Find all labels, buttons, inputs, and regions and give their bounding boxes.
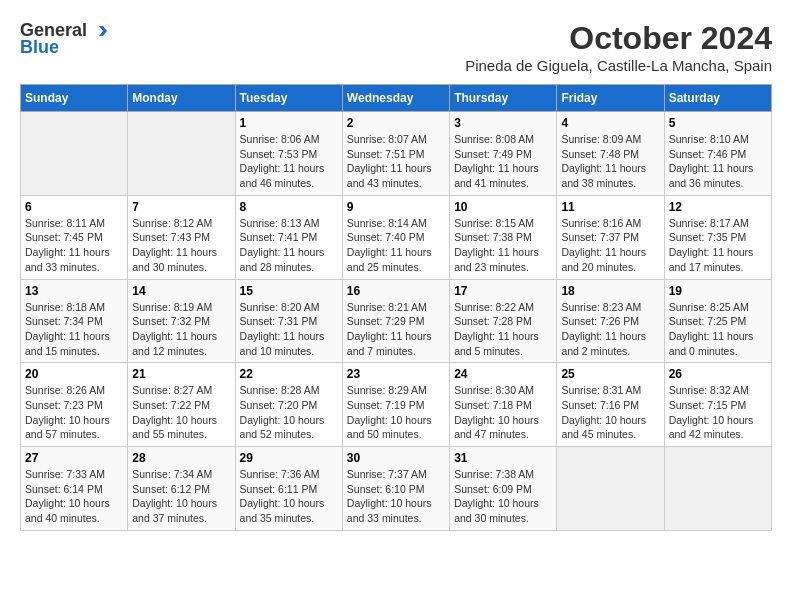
day-number: 24	[454, 367, 552, 381]
calendar-cell: 26Sunrise: 8:32 AM Sunset: 7:15 PM Dayli…	[664, 363, 771, 447]
header-row: SundayMondayTuesdayWednesdayThursdayFrid…	[21, 85, 772, 112]
day-number: 2	[347, 116, 445, 130]
calendar-cell: 21Sunrise: 8:27 AM Sunset: 7:22 PM Dayli…	[128, 363, 235, 447]
day-number: 4	[561, 116, 659, 130]
day-number: 31	[454, 451, 552, 465]
day-content: Sunrise: 8:27 AM Sunset: 7:22 PM Dayligh…	[132, 383, 230, 442]
day-content: Sunrise: 8:28 AM Sunset: 7:20 PM Dayligh…	[240, 383, 338, 442]
day-content: Sunrise: 8:18 AM Sunset: 7:34 PM Dayligh…	[25, 300, 123, 359]
calendar-cell: 27Sunrise: 7:33 AM Sunset: 6:14 PM Dayli…	[21, 447, 128, 531]
day-content: Sunrise: 8:17 AM Sunset: 7:35 PM Dayligh…	[669, 216, 767, 275]
day-content: Sunrise: 8:25 AM Sunset: 7:25 PM Dayligh…	[669, 300, 767, 359]
calendar-cell: 6Sunrise: 8:11 AM Sunset: 7:45 PM Daylig…	[21, 195, 128, 279]
calendar-cell: 5Sunrise: 8:10 AM Sunset: 7:46 PM Daylig…	[664, 112, 771, 196]
calendar-cell: 9Sunrise: 8:14 AM Sunset: 7:40 PM Daylig…	[342, 195, 449, 279]
day-content: Sunrise: 8:08 AM Sunset: 7:49 PM Dayligh…	[454, 132, 552, 191]
day-content: Sunrise: 7:33 AM Sunset: 6:14 PM Dayligh…	[25, 467, 123, 526]
day-number: 3	[454, 116, 552, 130]
day-number: 28	[132, 451, 230, 465]
calendar-cell: 23Sunrise: 8:29 AM Sunset: 7:19 PM Dayli…	[342, 363, 449, 447]
calendar-cell: 14Sunrise: 8:19 AM Sunset: 7:32 PM Dayli…	[128, 279, 235, 363]
svg-marker-0	[99, 26, 107, 36]
week-row-1: 1Sunrise: 8:06 AM Sunset: 7:53 PM Daylig…	[21, 112, 772, 196]
calendar-cell: 25Sunrise: 8:31 AM Sunset: 7:16 PM Dayli…	[557, 363, 664, 447]
day-content: Sunrise: 8:30 AM Sunset: 7:18 PM Dayligh…	[454, 383, 552, 442]
calendar-cell: 18Sunrise: 8:23 AM Sunset: 7:26 PM Dayli…	[557, 279, 664, 363]
calendar-cell: 30Sunrise: 7:37 AM Sunset: 6:10 PM Dayli…	[342, 447, 449, 531]
day-number: 8	[240, 200, 338, 214]
header-wednesday: Wednesday	[342, 85, 449, 112]
day-number: 18	[561, 284, 659, 298]
day-number: 10	[454, 200, 552, 214]
day-content: Sunrise: 7:38 AM Sunset: 6:09 PM Dayligh…	[454, 467, 552, 526]
calendar-cell: 8Sunrise: 8:13 AM Sunset: 7:41 PM Daylig…	[235, 195, 342, 279]
week-row-5: 27Sunrise: 7:33 AM Sunset: 6:14 PM Dayli…	[21, 447, 772, 531]
day-number: 20	[25, 367, 123, 381]
day-number: 21	[132, 367, 230, 381]
day-number: 1	[240, 116, 338, 130]
day-content: Sunrise: 7:36 AM Sunset: 6:11 PM Dayligh…	[240, 467, 338, 526]
day-content: Sunrise: 8:06 AM Sunset: 7:53 PM Dayligh…	[240, 132, 338, 191]
day-number: 13	[25, 284, 123, 298]
calendar-cell: 16Sunrise: 8:21 AM Sunset: 7:29 PM Dayli…	[342, 279, 449, 363]
month-title: October 2024	[465, 20, 772, 57]
calendar-cell: 4Sunrise: 8:09 AM Sunset: 7:48 PM Daylig…	[557, 112, 664, 196]
day-content: Sunrise: 8:13 AM Sunset: 7:41 PM Dayligh…	[240, 216, 338, 275]
calendar-cell: 12Sunrise: 8:17 AM Sunset: 7:35 PM Dayli…	[664, 195, 771, 279]
title-section: October 2024 Pineda de Giguela, Castille…	[465, 20, 772, 74]
day-number: 26	[669, 367, 767, 381]
day-number: 11	[561, 200, 659, 214]
day-number: 25	[561, 367, 659, 381]
calendar-cell: 3Sunrise: 8:08 AM Sunset: 7:49 PM Daylig…	[450, 112, 557, 196]
calendar-cell: 17Sunrise: 8:22 AM Sunset: 7:28 PM Dayli…	[450, 279, 557, 363]
calendar-cell	[128, 112, 235, 196]
day-content: Sunrise: 8:21 AM Sunset: 7:29 PM Dayligh…	[347, 300, 445, 359]
week-row-2: 6Sunrise: 8:11 AM Sunset: 7:45 PM Daylig…	[21, 195, 772, 279]
day-number: 17	[454, 284, 552, 298]
header-sunday: Sunday	[21, 85, 128, 112]
day-content: Sunrise: 7:34 AM Sunset: 6:12 PM Dayligh…	[132, 467, 230, 526]
day-number: 19	[669, 284, 767, 298]
day-content: Sunrise: 8:10 AM Sunset: 7:46 PM Dayligh…	[669, 132, 767, 191]
day-number: 30	[347, 451, 445, 465]
day-content: Sunrise: 8:14 AM Sunset: 7:40 PM Dayligh…	[347, 216, 445, 275]
day-number: 15	[240, 284, 338, 298]
day-content: Sunrise: 8:20 AM Sunset: 7:31 PM Dayligh…	[240, 300, 338, 359]
calendar-cell: 29Sunrise: 7:36 AM Sunset: 6:11 PM Dayli…	[235, 447, 342, 531]
day-number: 22	[240, 367, 338, 381]
day-content: Sunrise: 8:07 AM Sunset: 7:51 PM Dayligh…	[347, 132, 445, 191]
day-content: Sunrise: 8:19 AM Sunset: 7:32 PM Dayligh…	[132, 300, 230, 359]
day-number: 14	[132, 284, 230, 298]
calendar-cell: 20Sunrise: 8:26 AM Sunset: 7:23 PM Dayli…	[21, 363, 128, 447]
calendar-cell: 22Sunrise: 8:28 AM Sunset: 7:20 PM Dayli…	[235, 363, 342, 447]
header-thursday: Thursday	[450, 85, 557, 112]
day-content: Sunrise: 8:09 AM Sunset: 7:48 PM Dayligh…	[561, 132, 659, 191]
day-number: 16	[347, 284, 445, 298]
calendar-cell: 15Sunrise: 8:20 AM Sunset: 7:31 PM Dayli…	[235, 279, 342, 363]
day-number: 5	[669, 116, 767, 130]
header-monday: Monday	[128, 85, 235, 112]
calendar-cell	[21, 112, 128, 196]
day-content: Sunrise: 8:31 AM Sunset: 7:16 PM Dayligh…	[561, 383, 659, 442]
day-content: Sunrise: 8:11 AM Sunset: 7:45 PM Dayligh…	[25, 216, 123, 275]
calendar-cell	[664, 447, 771, 531]
logo-icon	[89, 22, 107, 40]
day-content: Sunrise: 8:16 AM Sunset: 7:37 PM Dayligh…	[561, 216, 659, 275]
day-content: Sunrise: 8:23 AM Sunset: 7:26 PM Dayligh…	[561, 300, 659, 359]
day-content: Sunrise: 8:29 AM Sunset: 7:19 PM Dayligh…	[347, 383, 445, 442]
calendar-cell: 1Sunrise: 8:06 AM Sunset: 7:53 PM Daylig…	[235, 112, 342, 196]
day-content: Sunrise: 8:32 AM Sunset: 7:15 PM Dayligh…	[669, 383, 767, 442]
calendar-cell	[557, 447, 664, 531]
day-content: Sunrise: 8:12 AM Sunset: 7:43 PM Dayligh…	[132, 216, 230, 275]
header-friday: Friday	[557, 85, 664, 112]
day-content: Sunrise: 7:37 AM Sunset: 6:10 PM Dayligh…	[347, 467, 445, 526]
day-content: Sunrise: 8:15 AM Sunset: 7:38 PM Dayligh…	[454, 216, 552, 275]
calendar-cell: 10Sunrise: 8:15 AM Sunset: 7:38 PM Dayli…	[450, 195, 557, 279]
day-number: 23	[347, 367, 445, 381]
week-row-3: 13Sunrise: 8:18 AM Sunset: 7:34 PM Dayli…	[21, 279, 772, 363]
day-content: Sunrise: 8:22 AM Sunset: 7:28 PM Dayligh…	[454, 300, 552, 359]
day-number: 7	[132, 200, 230, 214]
location: Pineda de Giguela, Castille-La Mancha, S…	[465, 57, 772, 74]
day-number: 12	[669, 200, 767, 214]
logo-blue: Blue	[20, 37, 59, 58]
